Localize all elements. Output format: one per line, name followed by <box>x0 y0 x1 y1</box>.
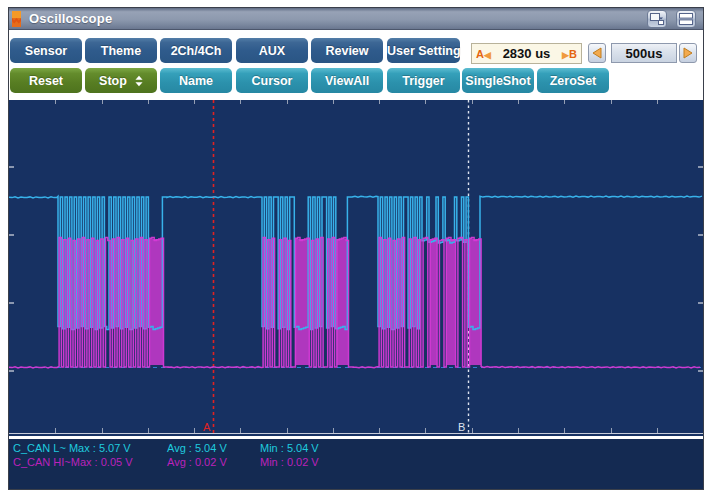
scope-display[interactable]: AB <box>9 100 703 436</box>
trigger-button[interactable]: Trigger <box>387 68 460 93</box>
stop-spinner-icon <box>135 75 143 87</box>
2ch4ch-button[interactable]: 2Ch/4Ch <box>160 38 232 63</box>
svg-text:B: B <box>458 421 465 433</box>
a-mark-left-arrow-icon: ◀ <box>484 50 491 60</box>
cursor-button[interactable]: Cursor <box>236 68 308 93</box>
stop-button[interactable]: Stop <box>85 68 157 93</box>
b-mark-letter: B <box>569 48 577 60</box>
b-cursor-mark: ▶B <box>562 48 577 60</box>
ch1-label-max: C_CAN L~ Max : 5.07 V <box>13 442 131 454</box>
app-icon <box>12 11 21 27</box>
theme-button[interactable]: Theme <box>85 38 157 63</box>
measurement-row-ch2: C_CAN HI~Max : 0.05 V Avg : 0.02 V Min :… <box>9 456 703 470</box>
ch2-label-max: C_CAN HI~Max : 0.05 V <box>13 456 133 468</box>
b-mark-right-arrow-icon: ▶ <box>562 50 569 60</box>
sensor-button[interactable]: Sensor <box>10 38 82 63</box>
waveform-plot: AB <box>9 100 703 436</box>
ch2-min: Min : 0.02 V <box>260 456 319 468</box>
viewall-button[interactable]: ViewAll <box>311 68 383 93</box>
aux-button[interactable]: AUX <box>236 38 308 63</box>
name-button[interactable]: Name <box>160 68 232 93</box>
display-switch-button[interactable] <box>647 10 667 28</box>
toolbar: Sensor Theme 2Ch/4Ch AUX Review User Set… <box>9 31 703 101</box>
stop-button-label: Stop <box>99 74 127 88</box>
measurement-panel: C_CAN L~ Max : 5.07 V Avg : 5.04 V Min :… <box>9 439 703 489</box>
timebase-increase-button[interactable] <box>679 43 697 63</box>
ch2-avg: Avg : 0.02 V <box>167 456 227 468</box>
a-mark-letter: A <box>476 48 484 60</box>
a-cursor-mark: A◀ <box>476 48 491 60</box>
left-arrow-icon <box>592 47 602 59</box>
ab-delta-value: 2830 us <box>503 46 551 61</box>
ab-cursor-readout: A◀ 2830 us ▶B <box>471 43 582 64</box>
zeroset-button[interactable]: ZeroSet <box>537 68 609 93</box>
tile-windows-icon <box>679 13 693 25</box>
singleshot-button[interactable]: SingleShot <box>462 68 534 93</box>
review-button[interactable]: Review <box>311 38 383 63</box>
right-arrow-icon <box>683 47 693 59</box>
reset-button[interactable]: Reset <box>10 68 82 93</box>
display-switch-icon <box>650 13 664 25</box>
tile-windows-button[interactable] <box>676 10 696 28</box>
timebase-value: 500us <box>611 43 677 63</box>
ch1-min: Min : 5.04 V <box>260 442 319 454</box>
timebase-decrease-button[interactable] <box>588 43 606 63</box>
title-bar: Oscilloscope <box>9 8 703 30</box>
oscilloscope-window: Oscilloscope Sensor Theme 2Ch/4Ch AUX Re… <box>8 7 704 490</box>
window-title: Oscilloscope <box>29 11 112 26</box>
measurement-row-ch1: C_CAN L~ Max : 5.07 V Avg : 5.04 V Min :… <box>9 442 703 456</box>
svg-text:A: A <box>203 421 211 433</box>
ch1-avg: Avg : 5.04 V <box>167 442 227 454</box>
user-setting-button[interactable]: User Setting <box>387 38 460 63</box>
